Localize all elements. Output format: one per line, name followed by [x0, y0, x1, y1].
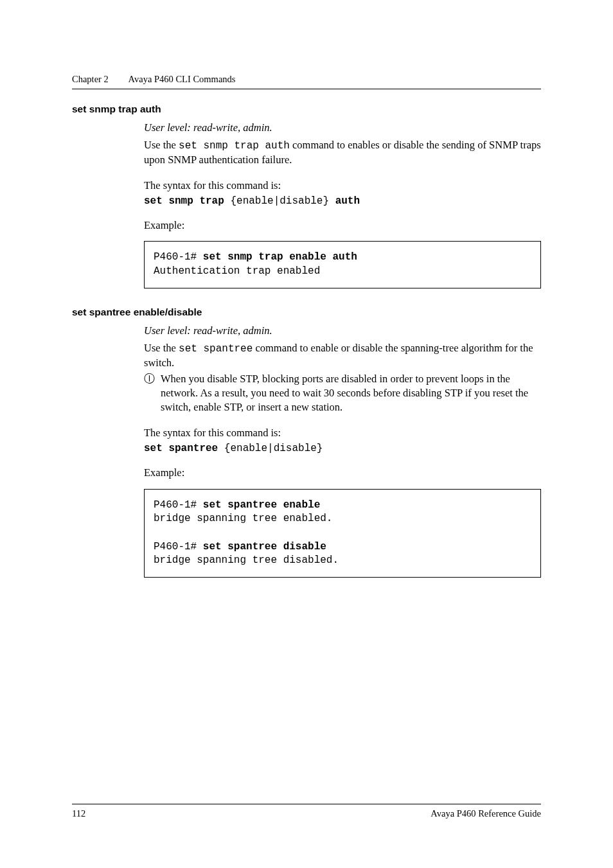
syntax-line: set spantree {enable|disable}	[144, 443, 541, 454]
prompt: P460-1#	[154, 499, 203, 511]
syntax-text: {enable|disable}	[224, 195, 335, 207]
example-box: P460-1# set spantree enable bridge spann…	[144, 489, 541, 578]
paragraph: Use the set spantree command to enable o…	[144, 341, 541, 370]
example-command: set spantree disable	[203, 541, 326, 553]
info-icon: Ⓘ	[144, 372, 161, 386]
example-output: bridge spanning tree disabled.	[154, 554, 339, 566]
prompt: P460-1#	[154, 251, 203, 263]
inline-command: set spantree	[179, 343, 253, 355]
section-body-spantree: User level: read-write, admin. Use the s…	[144, 324, 541, 578]
chapter-label: Chapter 2	[72, 74, 109, 84]
header-rule	[72, 89, 541, 89]
footer: 112 Avaya P460 Reference Guide	[72, 804, 541, 819]
chapter-title: Avaya P460 CLI Commands	[129, 74, 236, 84]
note-row: Ⓘ When you disable STP, blocking ports a…	[144, 372, 541, 414]
syntax-bold: set spantree	[144, 443, 218, 454]
example-output: bridge spanning tree enabled.	[154, 513, 332, 524]
footer-row: 112 Avaya P460 Reference Guide	[72, 808, 541, 819]
user-level-note: User level: read-write, admin.	[144, 121, 541, 134]
example-label: Example:	[144, 466, 541, 480]
prompt: P460-1#	[154, 541, 203, 553]
text: Use the	[144, 139, 179, 151]
syntax-bold: auth	[335, 195, 360, 207]
example-label: Example:	[144, 218, 541, 233]
syntax-bold: set snmp trap	[144, 195, 224, 207]
note-text: When you disable STP, blocking ports are…	[161, 372, 541, 414]
syntax-intro: The syntax for this command is:	[144, 179, 541, 193]
footer-rule	[72, 804, 541, 804]
example-command: set snmp trap enable auth	[203, 251, 357, 263]
example-box: P460-1# set snmp trap enable auth Authen…	[144, 241, 541, 288]
section-body-snmp: User level: read-write, admin. Use the s…	[144, 121, 541, 288]
page-number: 112	[72, 808, 85, 819]
text: Use the	[144, 342, 179, 354]
syntax-text: {enable|disable}	[218, 443, 323, 454]
section-heading-snmp-trap-auth: set snmp trap auth	[72, 103, 541, 115]
guide-title: Avaya P460 Reference Guide	[431, 808, 541, 819]
user-level-note: User level: read-write, admin.	[144, 324, 541, 337]
running-header: Chapter 2 Avaya P460 CLI Commands	[72, 74, 541, 85]
syntax-intro: The syntax for this command is:	[144, 426, 541, 440]
page: Chapter 2 Avaya P460 CLI Commands set sn…	[0, 0, 613, 868]
paragraph: Use the set snmp trap auth command to en…	[144, 138, 541, 167]
syntax-line: set snmp trap {enable|disable} auth	[144, 195, 541, 207]
inline-command: set snmp trap auth	[179, 140, 290, 152]
example-output: Authentication trap enabled	[154, 265, 320, 277]
example-command: set spantree enable	[203, 499, 320, 511]
section-heading-spantree: set spantree enable/disable	[72, 306, 541, 318]
